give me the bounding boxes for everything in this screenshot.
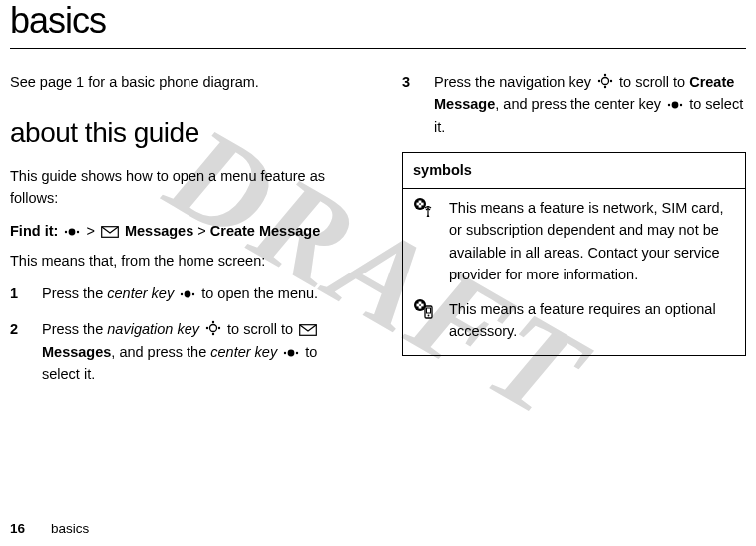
- svg-point-6: [185, 290, 191, 297]
- symbols-row-network: This means a feature is network, SIM car…: [403, 189, 745, 298]
- svg-point-20: [602, 78, 609, 85]
- gt-1: >: [86, 223, 94, 239]
- center-key-icon: [283, 347, 299, 359]
- section-heading: about this guide: [10, 111, 354, 154]
- symbols-accessory-text: This means a feature requires an optiona…: [449, 298, 735, 343]
- svg-point-18: [604, 74, 606, 76]
- svg-point-2: [69, 228, 76, 235]
- step-2-b: navigation key: [107, 321, 199, 337]
- title-rule: [10, 48, 746, 49]
- svg-point-1: [77, 231, 79, 233]
- svg-point-19: [604, 86, 606, 88]
- svg-point-23: [672, 102, 679, 109]
- step-1-b: center key: [107, 285, 174, 301]
- step-2-d: Messages: [42, 344, 111, 360]
- step-3-num: 3: [402, 71, 412, 93]
- nav-key-icon: [597, 73, 613, 89]
- symbols-row-accessory: This means a feature requires an optiona…: [403, 298, 745, 355]
- column-right: 3 Press the navigation key to scroll to …: [402, 71, 746, 400]
- find-it-line: Find it: > Messages > Create Message: [10, 220, 354, 242]
- step-2-a: Press the: [42, 321, 107, 337]
- svg-point-16: [598, 80, 600, 82]
- gt-2: >: [197, 223, 205, 239]
- footer-section: basics: [51, 521, 89, 536]
- center-key-icon: [64, 226, 80, 238]
- svg-point-8: [218, 327, 220, 329]
- guide-intro: This guide shows how to open a menu feat…: [10, 165, 354, 210]
- svg-rect-37: [427, 308, 431, 313]
- step-1-a: Press the: [42, 285, 107, 301]
- nav-key-icon: [205, 320, 221, 336]
- symbols-header: symbols: [403, 153, 745, 188]
- step-3-body: Press the navigation key to scroll to Cr…: [434, 71, 746, 138]
- svg-marker-30: [427, 214, 430, 217]
- svg-point-17: [610, 80, 612, 82]
- intro-text: See page 1 for a basic phone diagram.: [10, 71, 354, 93]
- svg-point-24: [414, 198, 426, 210]
- network-dependent-icon: [413, 197, 437, 286]
- find-it-label: Find it:: [10, 223, 58, 239]
- step-2-e: , and press the: [111, 344, 210, 360]
- step-1: 1 Press the center key to open the menu.: [10, 282, 354, 304]
- center-key-icon: [667, 99, 683, 111]
- svg-point-15: [288, 349, 295, 356]
- step-2-body: Press the navigation key to scroll to Me…: [42, 318, 354, 385]
- step-1-c: to open the menu.: [197, 285, 318, 301]
- step-2: 2 Press the navigation key to scroll to …: [10, 318, 354, 385]
- svg-point-7: [206, 327, 208, 329]
- svg-point-9: [212, 321, 214, 323]
- svg-point-10: [212, 333, 214, 335]
- symbols-network-text: This means a feature is network, SIM car…: [449, 197, 735, 286]
- svg-point-14: [296, 351, 298, 353]
- svg-point-11: [210, 325, 217, 332]
- page-footer: 16basics: [10, 521, 89, 536]
- svg-rect-35: [419, 306, 422, 309]
- page-number: 16: [10, 521, 25, 536]
- accessory-required-icon: [413, 298, 437, 343]
- symbols-box: symbols: [402, 152, 746, 355]
- means-from-home: This means that, from the home screen:: [10, 250, 354, 272]
- svg-rect-28: [419, 205, 422, 208]
- svg-point-31: [414, 299, 426, 311]
- step-1-body: Press the center key to open the menu.: [42, 282, 354, 304]
- column-left: See page 1 for a basic phone diagram. ab…: [10, 71, 354, 400]
- svg-point-22: [680, 104, 682, 106]
- step-1-num: 1: [10, 282, 20, 304]
- step-2-f: center key: [210, 344, 277, 360]
- envelope-icon: [101, 226, 119, 238]
- step-3-a: Press the navigation key: [434, 74, 595, 90]
- center-key-icon: [180, 288, 195, 300]
- svg-point-5: [192, 293, 194, 295]
- svg-point-21: [668, 104, 670, 106]
- findit-create: Create Message: [210, 223, 320, 239]
- svg-point-13: [284, 351, 286, 353]
- page-title: basics: [10, 0, 746, 42]
- svg-point-38: [428, 314, 430, 316]
- step-3: 3 Press the navigation key to scroll to …: [402, 71, 746, 138]
- step-2-num: 2: [10, 318, 20, 340]
- envelope-icon: [299, 324, 317, 336]
- svg-point-4: [181, 293, 183, 295]
- step-2-c: to scroll to: [223, 321, 297, 337]
- svg-point-0: [65, 231, 67, 233]
- step-3-b: to scroll to: [615, 74, 689, 90]
- step-3-d: , and press the center key: [495, 96, 665, 112]
- findit-messages: Messages: [125, 223, 193, 239]
